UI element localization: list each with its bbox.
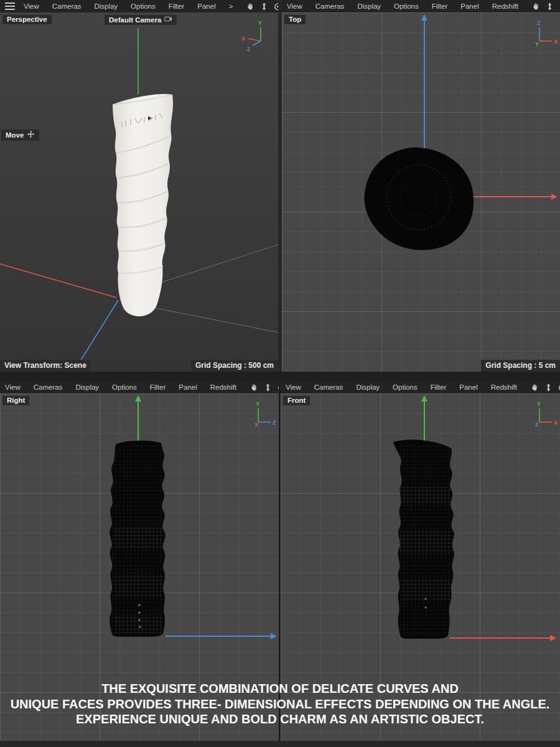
menu-item-options[interactable]: Options <box>112 383 137 391</box>
quad-viewport-app: View Cameras Display Options Filter Pane… <box>0 0 560 747</box>
pan-hand-icon[interactable] <box>250 383 259 392</box>
gizmo-z-label: Z <box>273 420 276 426</box>
menu-item-cameras[interactable]: Cameras <box>52 2 82 10</box>
pan-hand-icon[interactable] <box>246 2 255 11</box>
gizmo-y-label: Y <box>256 401 259 407</box>
grid-axis-line <box>157 245 278 284</box>
viewport-top: View Cameras Display Options Filter Pane… <box>282 0 560 372</box>
dolly-zoom-icon[interactable] <box>544 383 553 392</box>
viewport-nav-icons <box>246 2 278 11</box>
gizmo-y-label: Y <box>535 41 539 47</box>
axis-x-line <box>0 264 116 298</box>
gizmo-z-label: Z <box>537 20 541 26</box>
axis-gizmo[interactable]: Y Z X <box>244 400 278 433</box>
gizmo-x-label: X <box>554 39 558 45</box>
menu-item-display[interactable]: Display <box>94 2 118 10</box>
grid-axis-line <box>149 307 278 332</box>
pan-hand-icon[interactable] <box>530 383 539 392</box>
orbit-rotate-icon[interactable] <box>273 2 278 11</box>
tool-name: Move <box>6 131 24 139</box>
active-tool-label: Move <box>1 129 39 141</box>
axis-x-arrowhead <box>550 635 556 641</box>
menu-item-display[interactable]: Display <box>75 383 99 391</box>
menu-item-filter[interactable]: Filter <box>169 2 185 10</box>
bottom-strip <box>0 741 560 747</box>
axis-y-arrowhead <box>135 395 141 402</box>
top-menubar: View Cameras Display Options Filter Pane… <box>282 0 560 12</box>
menu-item-view[interactable]: View <box>287 2 302 10</box>
dolly-zoom-icon[interactable] <box>259 2 269 11</box>
menu-item-panel[interactable]: Panel <box>197 2 215 10</box>
menu-item-options[interactable]: Options <box>394 2 419 10</box>
marketing-caption: THE EXQUISITE COMBINATION OF DELICATE CU… <box>0 681 560 727</box>
axis-gizmo[interactable]: Z X Y <box>524 19 558 52</box>
wireframe-right-object[interactable] <box>110 441 166 637</box>
menu-item-cameras[interactable]: Cameras <box>34 383 63 391</box>
active-camera-label[interactable]: Default Camera <box>105 15 177 25</box>
perspective-menubar: View Cameras Display Options Filter Pane… <box>0 0 278 12</box>
menu-item-display[interactable]: Display <box>357 2 381 10</box>
wireframe-top-object[interactable] <box>365 148 474 250</box>
menu-item-options[interactable]: Options <box>393 383 418 391</box>
wireframe-front-object[interactable] <box>393 439 454 639</box>
viewport-name-label[interactable]: Top <box>284 15 306 24</box>
menu-item-cameras[interactable]: Cameras <box>315 2 345 10</box>
menu-item-filter[interactable]: Filter <box>432 2 448 10</box>
orbit-rotate-icon[interactable] <box>558 383 560 392</box>
menu-item-view[interactable]: View <box>286 383 301 391</box>
axis-z-arrowhead <box>421 14 427 21</box>
front-menubar: View Cameras Display Options Filter Pane… <box>281 381 560 393</box>
gizmo-x-label: X <box>254 421 258 428</box>
gizmo-y-label: Y <box>258 20 262 26</box>
move-cross-icon <box>27 130 35 139</box>
camera-switch-icon[interactable] <box>164 16 172 24</box>
axis-gizmo[interactable]: Y X Z <box>238 19 269 55</box>
menu-item-redshift[interactable]: Redshift <box>492 2 518 10</box>
menu-item-display[interactable]: Display <box>356 383 380 391</box>
caption-line-2: UNIQUE FACES PROVIDES THREE- DIMENSIONAL… <box>0 697 560 712</box>
menu-item-view[interactable]: View <box>5 383 21 391</box>
hamburger-icon[interactable] <box>5 2 15 10</box>
menu-item-panel[interactable]: Panel <box>179 383 197 391</box>
camera-name: Default Camera <box>109 16 161 24</box>
menu-item-filter[interactable]: Filter <box>431 383 447 391</box>
dolly-zoom-icon[interactable] <box>545 2 554 11</box>
gizmo-z-label: Z <box>247 46 251 52</box>
gizmo-y-label: Y <box>537 401 541 407</box>
menu-item-filter[interactable]: Filter <box>150 383 166 391</box>
menu-item-view[interactable]: View <box>24 2 39 10</box>
viewport-splitter-horizontal[interactable] <box>0 372 560 381</box>
vase-object[interactable] <box>113 94 173 316</box>
view-transform-status: View Transform: Scene <box>0 360 91 372</box>
pan-hand-icon[interactable] <box>531 2 541 11</box>
axis-z-arrowhead <box>271 633 277 639</box>
right-menubar: View Cameras Display Options Filter Pane… <box>0 381 279 393</box>
menu-item-redshift[interactable]: Redshift <box>491 383 517 391</box>
viewport-name-label[interactable]: Right <box>2 396 29 405</box>
perspective-view-area[interactable]: Perspective Default Camera Move Y X Z <box>0 12 278 372</box>
axis-gizmo[interactable]: Y X Z <box>525 400 559 433</box>
viewport-splitter-vertical-top[interactable] <box>278 0 282 372</box>
viewport-perspective: View Cameras Display Options Filter Pane… <box>0 0 278 372</box>
grid-spacing-status: Grid Spacing : 500 cm <box>191 360 278 372</box>
menu-item-cameras[interactable]: Cameras <box>314 383 343 391</box>
viewport-name-label[interactable]: Front <box>283 396 310 405</box>
caption-line-1: THE EXQUISITE COMBINATION OF DELICATE CU… <box>0 681 560 697</box>
axis-y-arrowhead <box>421 395 427 402</box>
gizmo-x-label: X <box>554 420 558 426</box>
menu-overflow-chevron[interactable]: > <box>229 2 233 10</box>
grid-spacing-status: Grid Spacing : 5 cm <box>481 360 560 372</box>
dolly-zoom-icon[interactable] <box>263 383 273 392</box>
gizmo-z-label: Z <box>535 421 539 428</box>
menu-item-redshift[interactable]: Redshift <box>210 383 236 391</box>
caption-line-3: EXPERIENCE UNIQUE AND BOLD CHARM AS AN A… <box>0 712 560 727</box>
gizmo-x-label: X <box>241 35 245 42</box>
viewport-nav-icons <box>530 383 560 392</box>
viewport-name-label[interactable]: Perspective <box>2 15 52 24</box>
menu-item-options[interactable]: Options <box>131 2 156 10</box>
top-view-area[interactable]: Top Z X Y Grid Spacing : 5 cm <box>282 12 560 372</box>
viewport-nav-icons <box>250 383 279 392</box>
menu-item-panel[interactable]: Panel <box>460 2 478 10</box>
viewport-nav-icons <box>531 2 560 11</box>
menu-item-panel[interactable]: Panel <box>459 383 477 391</box>
